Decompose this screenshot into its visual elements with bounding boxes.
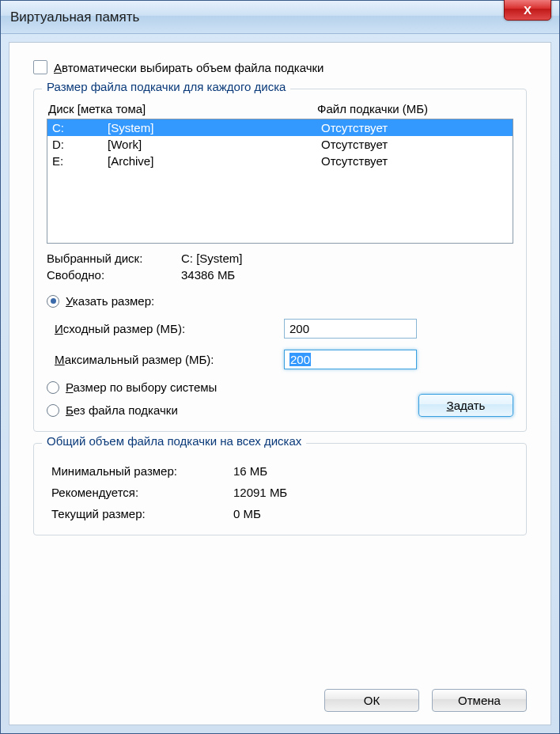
list-item[interactable]: C:[System]Отсутствует: [47, 119, 513, 136]
radio-system-managed-input[interactable]: [47, 381, 59, 394]
set-button[interactable]: Задать: [418, 394, 513, 417]
radio-system-managed-label: Размер по выбору системы: [66, 380, 217, 394]
auto-manage-label: Автоматически выбирать объем файла подка…: [54, 61, 324, 74]
max-size-row: Максимальный размер (МБ): 200: [47, 350, 513, 369]
radio-custom-size-input[interactable]: [47, 295, 59, 308]
radio-no-pagefile-label: Без файла подкачки: [66, 403, 178, 417]
close-icon: X: [524, 3, 532, 17]
list-item[interactable]: E:[Archive]Отсутствует: [47, 153, 513, 169]
free-space-row: Свободно: 34386 МБ: [47, 268, 513, 282]
free-space-label: Свободно:: [47, 268, 181, 282]
current-size-label: Текущий размер:: [51, 507, 233, 520]
current-size-row: Текущий размер: 0 МБ: [47, 507, 513, 520]
totals-group: Общий объем файла подкачки на всех диска…: [33, 443, 527, 535]
radio-custom-size-label: Указать размер:: [66, 294, 154, 308]
recommended-label: Рекомендуется:: [51, 486, 233, 499]
selected-drive-value: C: [System]: [181, 252, 513, 265]
bottom-radio-set: Размер по выбору системы Без файла подка…: [47, 380, 513, 417]
free-space-value: 34386 МБ: [181, 268, 513, 282]
initial-size-input[interactable]: 200: [284, 319, 417, 339]
radio-custom-size[interactable]: Указать размер:: [47, 294, 513, 308]
per-disk-group: Размер файла подкачки для каждого диска …: [33, 89, 527, 432]
cancel-button[interactable]: Отмена: [432, 689, 527, 712]
auto-manage-checkbox[interactable]: [33, 60, 47, 74]
radio-no-pagefile-input[interactable]: [47, 404, 59, 417]
titlebar[interactable]: Виртуальная память X: [1, 1, 559, 34]
close-button[interactable]: X: [504, 0, 551, 21]
virtual-memory-dialog: Виртуальная память X Автоматически выбир…: [0, 0, 560, 734]
current-size-value: 0 МБ: [233, 507, 261, 520]
totals-legend: Общий объем файла подкачки на всех диска…: [42, 434, 306, 448]
initial-size-label: Исходный размер (МБ):: [47, 322, 284, 335]
auto-manage-row[interactable]: Автоматически выбирать объем файла подка…: [33, 60, 527, 74]
list-headers: Диск [метка тома] Файл подкачки (МБ): [47, 102, 513, 115]
header-drive: Диск [метка тома]: [48, 102, 317, 115]
selected-drive-label: Выбранный диск:: [47, 252, 181, 265]
min-size-row: Минимальный размер: 16 МБ: [47, 464, 513, 478]
per-disk-legend: Размер файла подкачки для каждого диска: [42, 80, 290, 93]
selected-drive-row: Выбранный диск: C: [System]: [47, 252, 513, 265]
dialog-buttons: ОК Отмена: [324, 689, 527, 712]
drive-listbox[interactable]: C:[System]ОтсутствуетD:[Work]Отсутствует…: [47, 119, 513, 244]
radio-no-pagefile[interactable]: Без файла подкачки: [47, 403, 217, 417]
max-size-label: Максимальный размер (МБ):: [47, 353, 284, 366]
max-size-input[interactable]: 200: [284, 350, 417, 369]
initial-size-row: Исходный размер (МБ): 200: [47, 319, 513, 339]
list-item[interactable]: D:[Work]Отсутствует: [47, 136, 513, 153]
recommended-row: Рекомендуется: 12091 МБ: [47, 486, 513, 499]
recommended-value: 12091 МБ: [233, 486, 287, 499]
client-area: Автоматически выбирать объем файла подка…: [9, 42, 551, 725]
radio-system-managed[interactable]: Размер по выбору системы: [47, 380, 217, 394]
min-size-label: Минимальный размер:: [51, 464, 233, 478]
ok-button[interactable]: ОК: [324, 689, 419, 712]
header-pagefile: Файл подкачки (МБ): [317, 102, 512, 115]
min-size-value: 16 МБ: [233, 464, 267, 478]
window-title: Виртуальная память: [10, 9, 139, 25]
